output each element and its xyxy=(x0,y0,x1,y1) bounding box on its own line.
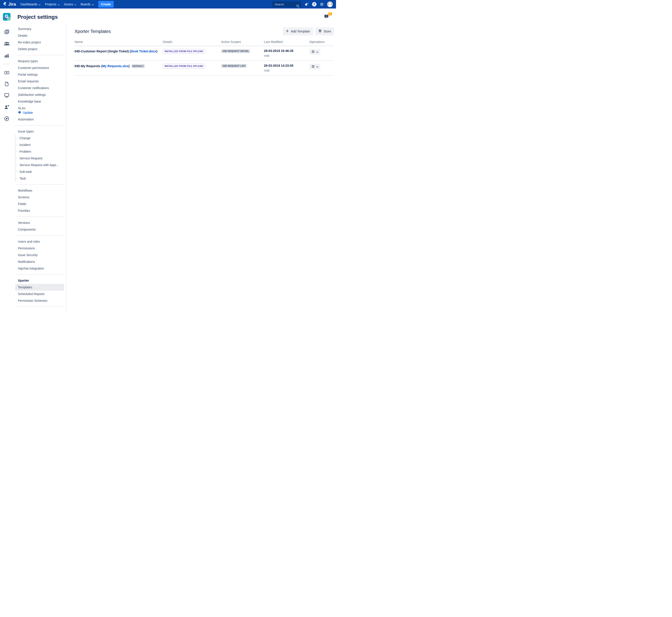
template-file-link[interactable]: My Requests.xlsx xyxy=(102,64,129,68)
nav-issues[interactable]: Issues xyxy=(62,1,78,8)
modified-by: rmb xyxy=(264,54,305,57)
reports-icon[interactable] xyxy=(2,52,11,58)
sidebar-divider xyxy=(15,274,64,275)
queues-icon[interactable] xyxy=(3,29,11,35)
search-box[interactable] xyxy=(272,1,301,7)
top-navbar: Jira Dashboards Projects Issues Boards C… xyxy=(0,0,336,8)
sidebar-header-xporter: Xporter xyxy=(15,277,64,284)
operations-menu-button[interactable]: ⚙ xyxy=(309,49,320,55)
page-header: Project settings 1 xyxy=(13,8,336,24)
invite-team-icon[interactable] xyxy=(2,104,11,110)
issue-types-tree: Change Incident Problem Service Request … xyxy=(15,135,64,182)
sidebar-item-permissions[interactable]: Permissions xyxy=(15,245,64,252)
sidebar-item-notifications[interactable]: Notifications xyxy=(15,258,64,265)
gear-icon[interactable]: ⚙ xyxy=(320,2,324,6)
sidebar-item-hipchat-integration[interactable]: Hipchat integration xyxy=(15,265,64,272)
jira-logo[interactable]: Jira xyxy=(2,1,18,7)
template-modified-cell: 29-03-2019 14:23:05 rmb xyxy=(264,61,309,75)
sidebar-item-priorities[interactable]: Priorities xyxy=(15,207,64,214)
nav-dashboards[interactable]: Dashboards xyxy=(18,1,43,8)
sidebar-item-customer-notifications[interactable]: Customer notifications xyxy=(15,84,64,91)
sidebar-item-change[interactable]: Change xyxy=(15,135,64,142)
sidebar-item-reindex[interactable]: Re-index project xyxy=(15,39,64,46)
modified-by: rmb xyxy=(264,69,305,72)
sidebar-item-portal-settings[interactable]: Portal settings xyxy=(15,71,64,78)
sidebar-item-details[interactable]: Details xyxy=(15,32,64,39)
sidebar-item-versions[interactable]: Versions xyxy=(15,219,64,226)
section-title: Xporter Templates xyxy=(74,29,111,34)
slas-update-link[interactable]: Update xyxy=(15,111,64,116)
sidebar-item-satisfaction-settings[interactable]: Satisfaction settings xyxy=(15,91,64,98)
chevron-down-icon xyxy=(92,2,94,6)
customers-icon[interactable] xyxy=(2,40,11,47)
sidebar-divider xyxy=(15,125,64,126)
sidebar-item-templates[interactable]: Templates xyxy=(15,284,64,290)
create-button[interactable]: Create xyxy=(98,1,114,8)
column-header-operations: Operations xyxy=(309,38,334,46)
chevron-down-icon xyxy=(316,65,318,68)
template-scopes-cell: JSD REQUEST LIST xyxy=(221,61,264,75)
sidebar-item-sub-task[interactable]: Sub-task xyxy=(15,168,64,175)
sidebar-divider xyxy=(15,55,64,55)
sidebar-item-fields[interactable]: Fields xyxy=(15,201,64,207)
modified-date: 29-03-2019 16:46:35 xyxy=(264,49,305,53)
sidebar-item-problem[interactable]: Problem xyxy=(15,148,64,155)
table-row: IHD-Customer Report (Single Ticket) (Des… xyxy=(74,46,334,61)
sidebar-item-components[interactable]: Components xyxy=(15,226,64,233)
column-header-active-scopes: Active Scopes xyxy=(221,38,264,46)
main-content: Xporter Templates Add Template Store xyxy=(66,24,336,313)
feedback-count-badge: 1 xyxy=(328,12,332,15)
template-operations-cell: ⚙ xyxy=(309,46,334,61)
project-avatar[interactable] xyxy=(3,13,11,21)
sidebar-item-email-requests[interactable]: Email requests xyxy=(15,78,64,84)
nav-boards[interactable]: Boards xyxy=(78,1,96,8)
sidebar-divider xyxy=(15,184,64,185)
template-details-cell: INSTALLED FROM FILE UPLOAD xyxy=(163,46,221,61)
sidebar-item-knowledge-base[interactable]: Knowledge base xyxy=(15,98,64,105)
chevron-down-icon xyxy=(58,2,59,6)
sidebar-item-permission-schemes[interactable]: Permission Schemes xyxy=(15,297,64,304)
raise-request-icon[interactable] xyxy=(3,70,11,76)
sidebar-item-request-types[interactable]: Request types xyxy=(15,58,64,64)
sidebar-item-incident[interactable]: Incident xyxy=(15,142,64,148)
sidebar-item-slas[interactable]: SLAs xyxy=(15,105,64,111)
sidebar-item-automation[interactable]: Automation xyxy=(15,116,64,123)
default-badge: DEFAULT xyxy=(132,64,145,68)
installed-from-badge: INSTALLED FROM FILE UPLOAD xyxy=(163,49,205,54)
sidebar-item-customer-permissions[interactable]: Customer permissions xyxy=(15,64,64,71)
sidebar-item-task[interactable]: Task xyxy=(15,175,64,182)
feedback-megaphone-icon[interactable] xyxy=(304,2,309,6)
sidebar-item-users-and-roles[interactable]: Users and roles xyxy=(15,238,64,245)
document-icon[interactable] xyxy=(3,81,11,87)
jira-logo-icon xyxy=(3,1,8,7)
sidebar-divider xyxy=(15,306,64,307)
operations-menu-button[interactable]: ⚙ xyxy=(309,64,320,69)
update-alert-icon xyxy=(18,111,21,115)
user-avatar[interactable] xyxy=(327,1,333,7)
customer-portal-icon[interactable] xyxy=(2,92,11,98)
modified-date: 29-03-2019 14:23:05 xyxy=(264,64,305,67)
template-modified-cell: 29-03-2019 16:46:35 rmb xyxy=(264,46,309,61)
sidebar-item-summary[interactable]: Summary xyxy=(15,25,64,32)
help-icon[interactable]: ? xyxy=(312,2,316,6)
sidebar-item-service-request-approvals[interactable]: Service Request with Appr... xyxy=(15,162,64,168)
store-button[interactable]: Store xyxy=(315,27,334,35)
sidebar-item-delete-project[interactable]: Delete project xyxy=(15,46,64,52)
rail-divider xyxy=(3,64,11,64)
scope-badge: JSD REQUEST LIST xyxy=(221,64,247,68)
chevron-down-icon xyxy=(316,50,318,53)
feedback-bubble-icon[interactable]: 1 xyxy=(324,14,330,20)
template-name-cell: IHD-Customer Report (Single Ticket) (Des… xyxy=(74,46,163,61)
discover-compass-icon[interactable] xyxy=(2,116,11,122)
add-template-button[interactable]: Add Template xyxy=(283,27,313,35)
sidebar-item-screens[interactable]: Screens xyxy=(15,194,64,201)
column-header-name: Name xyxy=(74,38,163,46)
sidebar-item-service-request[interactable]: Service Request xyxy=(15,155,64,162)
chevron-down-icon xyxy=(39,2,40,6)
sidebar-item-issue-types[interactable]: Issue types xyxy=(15,128,64,135)
sidebar-item-issue-security[interactable]: Issue Security xyxy=(15,252,64,258)
nav-projects[interactable]: Projects xyxy=(43,1,62,8)
sidebar-item-workflows[interactable]: Workflows xyxy=(15,187,64,194)
template-file-link[interactable]: Desk Ticket.docx xyxy=(131,49,156,53)
sidebar-item-scheduled-reports[interactable]: Scheduled Reports xyxy=(15,290,64,297)
